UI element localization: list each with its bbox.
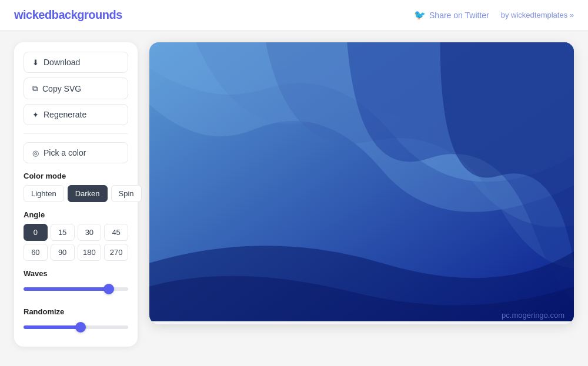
waves-section: Waves [24,269,128,299]
sidebar: Download Copy SVG Regenerate Pick a colo… [14,42,138,347]
regen-icon [32,110,39,119]
share-twitter-link[interactable]: 🐦 Share on Twitter [414,9,489,21]
header: wickedbackgrounds 🐦 Share on Twitter by … [0,0,588,31]
copy-icon [32,83,38,93]
copy-svg-label: Copy SVG [42,84,81,93]
randomize-section: Randomize [24,307,128,337]
color-mode-label: Color mode [24,172,128,180]
angle-45[interactable]: 45 [104,224,128,241]
angle-270[interactable]: 270 [104,244,128,261]
preview-area: pc.mogeringo.com [149,42,574,324]
color-picker-button[interactable]: Pick a color [24,142,128,163]
header-right: 🐦 Share on Twitter by wickedtemplates » [414,9,574,21]
divider-1 [24,133,128,134]
randomize-slider[interactable] [24,325,128,329]
regenerate-label: Regenerate [44,110,86,119]
angle-180[interactable]: 180 [78,244,102,261]
main-layout: Download Copy SVG Regenerate Pick a colo… [0,31,588,358]
waves-slider[interactable] [24,287,128,291]
angle-0[interactable]: 0 [24,224,48,241]
twitter-icon: 🐦 [414,9,426,21]
by-label: by wickedtemplates » [501,11,574,19]
waves-label: Waves [24,269,128,278]
preview-svg [149,42,574,321]
mode-spin[interactable]: Spin [111,185,142,202]
randomize-label: Randomize [24,307,128,316]
mode-darken[interactable]: Darken [68,185,108,202]
mode-lighten[interactable]: Lighten [24,185,64,202]
regenerate-button[interactable]: Regenerate [24,104,128,125]
pick-color-label: Pick a color [44,148,86,157]
download-icon [32,58,39,67]
angle-grid: 0 15 30 45 60 90 180 270 [24,224,128,261]
angle-60[interactable]: 60 [24,244,48,261]
share-twitter-label: Share on Twitter [429,11,489,20]
angle-15[interactable]: 15 [51,224,75,241]
angle-label: Angle [24,210,128,219]
download-label: Download [44,58,80,67]
by-link[interactable]: by wickedtemplates » [501,11,574,19]
download-button[interactable]: Download [24,52,128,73]
angle-30[interactable]: 30 [78,224,102,241]
copy-svg-button[interactable]: Copy SVG [24,78,128,99]
angle-90[interactable]: 90 [51,244,75,261]
logo: wickedbackgrounds [14,8,122,22]
watermark: pc.mogeringo.com [502,311,564,320]
color-icon [32,148,39,157]
color-mode-group: Lighten Darken Spin [24,185,128,202]
